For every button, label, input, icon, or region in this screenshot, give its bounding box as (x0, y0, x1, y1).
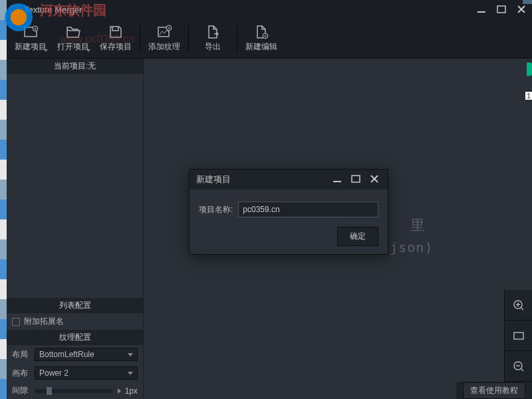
watermark-url: www.pc0359.cn (60, 33, 134, 45)
gap-value: 1px (125, 386, 138, 396)
zoom-out-button[interactable] (505, 351, 532, 382)
gap-slider[interactable] (35, 389, 112, 393)
svg-rect-14 (352, 176, 360, 182)
svg-text:+: + (34, 26, 37, 32)
current-project-header: 当前项目:无 (7, 59, 143, 74)
dialog-maximize-button[interactable] (349, 174, 362, 186)
append-ext-checkbox[interactable] (12, 318, 20, 326)
ok-button[interactable]: 确定 (337, 227, 378, 246)
svg-rect-11 (514, 332, 523, 339)
layout-value: BottomLeftRule (39, 350, 94, 359)
right-toolbar (504, 290, 532, 382)
add-texture-button[interactable]: + 添加纹理 (143, 20, 186, 57)
export-icon (205, 24, 221, 40)
canvas-select[interactable]: Power 2 (35, 366, 138, 380)
footer: 查看使用教程 (456, 382, 532, 399)
dropdown-icon (44, 49, 48, 52)
export-label: 导出 (205, 41, 221, 53)
gap-label: 间隙 (12, 385, 35, 396)
add-texture-label: 添加纹理 (148, 41, 180, 53)
project-name-label: 项目名称: (199, 204, 233, 215)
svg-text:+: + (264, 33, 267, 39)
add-texture-icon: + (156, 24, 172, 40)
canvas-label: 画布 (12, 368, 35, 379)
dialog-titlebar: 新建项目 (190, 170, 388, 190)
watermark-text: 河东软件园 (40, 1, 106, 19)
project-list-area (7, 74, 143, 298)
dialog-minimize-button[interactable] (331, 174, 344, 186)
chevron-down-icon (128, 353, 133, 356)
new-edit-label: 新建编辑 (245, 41, 277, 53)
chevron-down-icon (128, 372, 133, 375)
dialog-close-button[interactable] (368, 174, 381, 186)
tutorial-button[interactable]: 查看使用教程 (463, 382, 525, 399)
minimize-button[interactable] (475, 3, 488, 15)
texture-config-header: 纹理配置 (7, 330, 143, 345)
new-edit-button[interactable]: + 新建编辑 (240, 20, 283, 57)
dropdown-icon (86, 49, 90, 52)
svg-rect-1 (497, 6, 505, 13)
layout-select[interactable]: BottomLeftRule (35, 348, 138, 361)
close-button[interactable] (515, 3, 528, 15)
sidebar: 当前项目:无 列表配置 附加拓展名 纹理配置 布局 BottomLeftRule… (7, 59, 144, 399)
svg-rect-0 (477, 11, 485, 13)
play-icon (118, 388, 121, 394)
maximize-button[interactable] (495, 3, 508, 15)
svg-text:+: + (168, 25, 171, 31)
canvas-value: Power 2 (39, 368, 68, 378)
layout-label: 布局 (12, 349, 35, 360)
dialog-title: 新建项目 (196, 174, 325, 186)
zoom-in-button[interactable] (505, 290, 532, 321)
list-config-header: 列表配置 (7, 298, 143, 313)
export-button[interactable]: 导出 (192, 20, 234, 57)
project-name-input[interactable] (238, 201, 378, 217)
svg-rect-13 (333, 181, 341, 182)
side-number-indicator: 1 (525, 92, 532, 100)
new-edit-icon: + (253, 24, 269, 40)
new-project-dialog: 新建项目 项目名称: 确定 (189, 169, 388, 255)
new-project-label: 新建项目 (15, 41, 47, 53)
fit-button[interactable] (505, 321, 532, 351)
slider-thumb[interactable] (47, 387, 52, 395)
append-ext-label: 附加拓展名 (24, 316, 64, 327)
